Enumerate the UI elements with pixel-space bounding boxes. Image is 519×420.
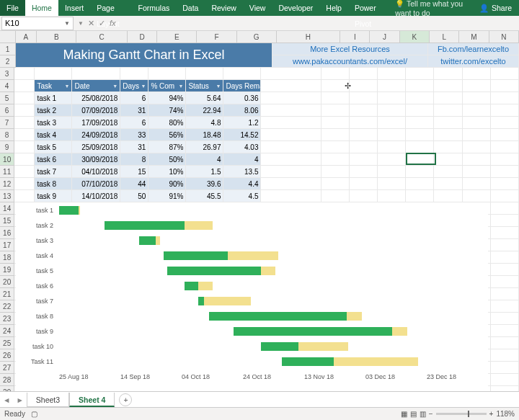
zoom-slider[interactable] [436, 413, 487, 415]
cell[interactable] [14, 80, 35, 92]
cell[interactable] [406, 68, 434, 80]
cell[interactable]: 0.36 [223, 92, 261, 104]
cell[interactable] [321, 141, 350, 153]
cell[interactable]: 80% [148, 117, 186, 129]
cell[interactable] [463, 178, 491, 190]
fb-link[interactable]: Fb.com/learnexcelto [428, 43, 519, 55]
cell[interactable] [261, 117, 321, 129]
cell[interactable]: 91% [148, 190, 186, 202]
cell[interactable] [434, 153, 462, 166]
cell[interactable] [378, 190, 406, 202]
cancel-icon[interactable]: ✕ [88, 19, 94, 28]
column-header-I[interactable]: I [340, 31, 370, 43]
ribbon-tab-view[interactable]: View [243, 0, 272, 16]
cell[interactable] [350, 92, 378, 104]
cell[interactable]: task 3 [35, 117, 72, 129]
cell[interactable]: 8 [120, 153, 148, 166]
cell[interactable] [406, 153, 434, 166]
row-header[interactable]: 17 [0, 239, 14, 251]
cell[interactable] [261, 80, 321, 92]
cell[interactable] [261, 190, 321, 202]
cell[interactable] [463, 153, 491, 166]
cell[interactable] [406, 80, 434, 92]
chevron-down-icon[interactable]: ▼ [64, 17, 70, 30]
cell[interactable]: % Com▼ [148, 80, 186, 92]
ribbon-tab-insert[interactable]: Insert [58, 0, 90, 16]
cell[interactable] [491, 117, 519, 129]
sheet-nav-prev-icon[interactable]: ◄ [0, 396, 13, 404]
cell[interactable] [350, 117, 378, 129]
filter-dropdown-icon[interactable]: ▼ [141, 80, 146, 92]
ribbon-tab-page-layout[interactable]: Page Layout [90, 0, 131, 16]
cell[interactable] [350, 153, 378, 166]
share-button[interactable]: 👤Share [472, 4, 519, 13]
row-header[interactable]: 20 [0, 276, 14, 288]
cell[interactable] [463, 166, 491, 178]
cell[interactable] [186, 68, 223, 80]
filter-dropdown-icon[interactable]: ▼ [65, 80, 70, 92]
cell[interactable]: 31 [120, 104, 148, 117]
cell[interactable]: task 2 [35, 104, 72, 117]
cell[interactable] [491, 288, 519, 300]
cell[interactable] [491, 349, 519, 362]
cell[interactable] [434, 129, 462, 141]
cell[interactable] [406, 178, 434, 190]
cell[interactable] [261, 166, 321, 178]
cell[interactable]: 1.5 [186, 166, 223, 178]
filter-dropdown-icon[interactable]: ▼ [178, 80, 183, 92]
cell[interactable] [434, 117, 462, 129]
row-header[interactable]: 3 [0, 68, 14, 80]
cell[interactable] [378, 153, 406, 166]
cell[interactable] [72, 68, 120, 80]
cell[interactable] [350, 190, 378, 202]
row-header[interactable]: 14 [0, 202, 14, 215]
cell[interactable] [14, 129, 35, 141]
cell[interactable]: task 1 [35, 92, 72, 104]
row-header[interactable]: 4 [0, 80, 14, 92]
cell[interactable] [491, 362, 519, 374]
ribbon-tab-power-pivot[interactable]: Power Pivot [348, 0, 388, 16]
column-header-A[interactable]: A [16, 31, 37, 43]
cell[interactable]: 87% [148, 141, 186, 153]
cell[interactable]: task 6 [35, 153, 72, 166]
cell[interactable] [491, 202, 519, 215]
cell[interactable] [491, 80, 519, 92]
cell[interactable] [406, 129, 434, 141]
cell[interactable]: 04/10/2018 [72, 166, 120, 178]
cell[interactable] [14, 178, 35, 190]
cell[interactable] [14, 68, 35, 80]
cell[interactable] [463, 68, 491, 80]
cell[interactable]: 39.6 [186, 178, 223, 190]
cell[interactable] [378, 178, 406, 190]
cell[interactable] [261, 141, 321, 153]
column-header-M[interactable]: M [459, 31, 489, 43]
zoom-out-button[interactable]: − [429, 410, 433, 418]
sheet-tab-sheet-4[interactable]: Sheet 4 [69, 393, 115, 407]
select-all-cell[interactable] [0, 31, 16, 43]
column-header-L[interactable]: L [430, 31, 459, 43]
cell[interactable] [434, 80, 462, 92]
cell[interactable]: 4 [186, 153, 223, 166]
column-header-E[interactable]: E [157, 31, 197, 43]
cell[interactable] [14, 190, 35, 202]
cell[interactable] [463, 141, 491, 153]
resources-link-1[interactable]: More Excel Resources [272, 43, 428, 55]
cell[interactable]: 14.52 [223, 129, 261, 141]
row-header[interactable]: 13 [0, 190, 14, 202]
cell[interactable] [434, 104, 462, 117]
cell[interactable]: Days▼ [120, 80, 148, 92]
cell[interactable] [491, 68, 519, 80]
ribbon-tab-help[interactable]: Help [319, 0, 348, 16]
row-header[interactable]: 9 [0, 141, 14, 153]
cell[interactable] [406, 117, 434, 129]
cell[interactable] [350, 104, 378, 117]
cell[interactable]: 1.2 [223, 117, 261, 129]
column-header-C[interactable]: C [76, 31, 128, 43]
ribbon-tab-file[interactable]: File [0, 0, 25, 16]
cell[interactable] [491, 239, 519, 251]
cell[interactable] [321, 166, 350, 178]
row-header[interactable]: 22 [0, 300, 14, 313]
cell[interactable]: 13.5 [223, 166, 261, 178]
cell[interactable] [463, 129, 491, 141]
row-header[interactable]: 27 [0, 362, 14, 374]
